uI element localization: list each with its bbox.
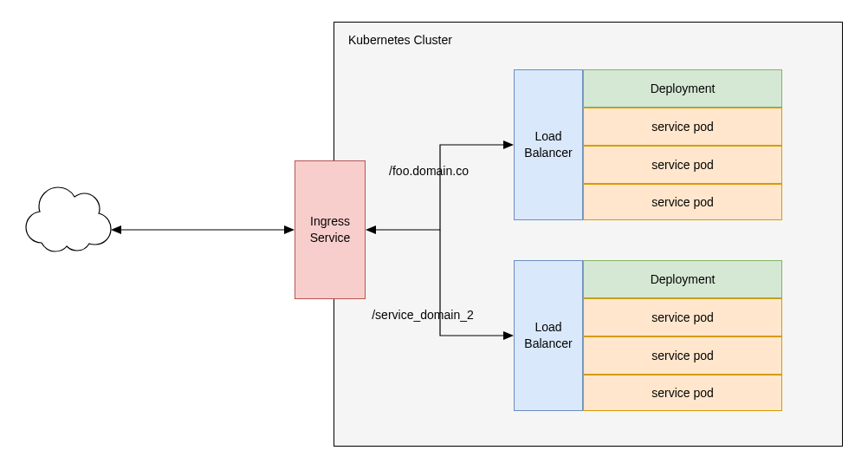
deployment-bottom-label: Deployment (651, 272, 716, 286)
ingress-service-box: Ingress Service (295, 160, 366, 299)
svg-marker-2 (284, 225, 295, 234)
pod-bottom-0: service pod (583, 298, 782, 336)
load-balancer-bottom: Load Balancer (514, 260, 583, 411)
deployment-top: Deployment (583, 69, 782, 108)
pod-top-0: service pod (583, 108, 782, 146)
load-balancer-bottom-label: Load Balancer (515, 319, 582, 352)
pod-top-0-label: service pod (651, 120, 714, 134)
load-balancer-top-label: Load Balancer (515, 128, 582, 161)
cloud-icon (26, 187, 111, 251)
arrow-cloud-ingress (111, 225, 295, 234)
deployment-bottom: Deployment (583, 260, 782, 298)
pod-top-1-label: service pod (651, 158, 714, 172)
route-label-top: /foo.domain.co (377, 164, 481, 178)
cluster-title: Kubernetes Cluster (348, 33, 452, 47)
pod-bottom-2: service pod (583, 375, 782, 411)
diagram-canvas: Kubernetes Cluster Ingress Service Load … (0, 0, 868, 470)
pod-bottom-1: service pod (583, 336, 782, 375)
pod-bottom-2-label: service pod (651, 386, 714, 400)
pod-top-2: service pod (583, 184, 782, 220)
route-label-bottom: /service_domain_2 (371, 308, 475, 322)
deployment-top-label: Deployment (651, 82, 716, 95)
pod-top-2-label: service pod (651, 195, 714, 209)
pod-bottom-0-label: service pod (651, 310, 714, 324)
pod-top-1: service pod (583, 146, 782, 184)
ingress-label: Ingress Service (295, 213, 365, 246)
svg-marker-1 (111, 225, 121, 234)
load-balancer-top: Load Balancer (514, 69, 583, 220)
pod-bottom-1-label: service pod (651, 349, 714, 362)
